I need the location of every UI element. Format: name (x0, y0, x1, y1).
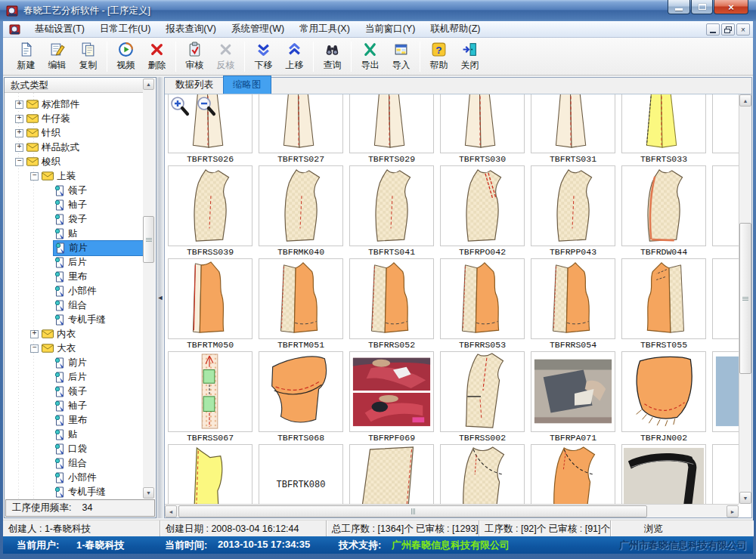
grid-hscroll-thumb[interactable] (178, 505, 647, 517)
thumbnail-cell[interactable]: TBFRPO042 (440, 165, 525, 258)
menu-item-6[interactable]: 联机帮助(Z) (423, 20, 488, 38)
tree-item-0[interactable]: +标准部件 (5, 97, 143, 112)
toolbar-search-button[interactable]: 查询 (317, 39, 348, 74)
grid-horizontal-scrollbar[interactable]: ◄ ► (165, 504, 739, 517)
tree-item-12[interactable]: 里布 (5, 270, 143, 284)
menu-item-2[interactable]: 报表查询(V) (158, 20, 224, 38)
toolbar-move-up-button[interactable]: 上移 (279, 39, 310, 74)
thumbnail-cell[interactable] (349, 444, 434, 504)
tree-scroll-down-button[interactable]: ▼ (143, 487, 154, 499)
mdi-close-button[interactable]: × (736, 23, 750, 36)
tree-item-9[interactable]: 贴 (5, 227, 143, 241)
toolbar-move-down-button[interactable]: 下移 (248, 39, 279, 74)
minimize-button[interactable] (668, 0, 690, 14)
toolbar-delete-button[interactable]: 删除 (141, 39, 172, 74)
thumbnail-cell[interactable]: TBFRTS031 (531, 94, 615, 165)
grid-scroll-up-button[interactable]: ▲ (739, 94, 751, 107)
tree-item-26[interactable]: 小部件 (5, 471, 143, 485)
tab-data-list[interactable]: 数据列表 (166, 76, 222, 94)
menu-item-4[interactable]: 常用工具(X) (292, 20, 358, 38)
thumbnail-cell[interactable]: TBFRTS027 (259, 94, 343, 165)
tree-item-11[interactable]: 后片 (5, 255, 143, 270)
tree-item-18[interactable]: 前片 (5, 356, 143, 370)
toolbar-import-button[interactable]: 导入 (386, 39, 417, 74)
thumbnail-cell[interactable]: TBFRTS068 (259, 351, 343, 444)
toolbar-edit-button[interactable]: 编辑 (42, 39, 73, 74)
thumbnail-cell[interactable]: TBFRRS052 (349, 258, 434, 351)
expand-toggle[interactable]: − (15, 158, 23, 166)
thumbnail-cell[interactable] (712, 444, 739, 504)
tree-item-27[interactable]: 专机手缝 (5, 485, 143, 499)
tree-item-6[interactable]: 领子 (5, 184, 143, 198)
thumbnail-cell[interactable]: TBFRMK040 (259, 165, 343, 258)
tree-scrollbar[interactable]: ▲ ▼ (143, 79, 155, 499)
thumbnail-cell[interactable]: TBFRSS039 (168, 165, 253, 258)
tree-item-3[interactable]: +样品款式 (5, 141, 143, 155)
thumbnail-cell[interactable] (712, 94, 739, 165)
grid-scroll-right-button[interactable]: ► (727, 505, 739, 517)
tree-item-23[interactable]: 贴 (5, 428, 143, 442)
menu-item-3[interactable]: 系统管理(W) (224, 20, 292, 38)
thumbnail-cell[interactable] (168, 444, 253, 504)
thumbnail-cell[interactable]: TBFRTK080 (259, 444, 343, 504)
tree-item-25[interactable]: 组合 (5, 456, 143, 471)
close-button[interactable]: × (714, 0, 748, 14)
toolbar-audit-button[interactable]: 审核 (179, 39, 210, 74)
mdi-restore-button[interactable] (721, 23, 735, 36)
tree-item-22[interactable]: 里布 (5, 413, 143, 428)
thumbnail-cell[interactable]: TBFRSS002 (440, 351, 525, 444)
thumbnail-cell[interactable] (531, 444, 615, 504)
menu-item-5[interactable]: 当前窗口(Y) (358, 20, 423, 38)
thumbnail-cell[interactable]: TBFRTM051 (259, 258, 343, 351)
tree-item-13[interactable]: 小部件 (5, 284, 143, 298)
expand-toggle[interactable]: + (15, 100, 23, 109)
toolbar-new-button[interactable]: 新建 (11, 39, 42, 74)
grid-scroll-down-button[interactable]: ▼ (739, 492, 751, 504)
thumbnail-cell[interactable]: TBFRPP043 (531, 165, 615, 258)
zoom-in-button[interactable] (169, 96, 190, 116)
expand-toggle[interactable]: − (30, 172, 39, 181)
thumbnail-cell[interactable] (712, 258, 739, 351)
zoom-out-button[interactable] (196, 96, 216, 116)
tree-item-1[interactable]: +牛仔装 (5, 112, 143, 126)
tree-item-10[interactable]: 前片 (5, 241, 143, 255)
thumbnail-cell[interactable] (712, 351, 739, 444)
tree-item-8[interactable]: 袋子 (5, 212, 143, 227)
thumbnail-cell[interactable]: TBFRPF069 (349, 351, 434, 444)
tree-item-4[interactable]: −梭织 (5, 155, 143, 169)
expand-toggle[interactable]: + (15, 144, 23, 152)
tree-item-20[interactable]: 领子 (5, 385, 143, 399)
collapse-left-icon[interactable]: ◄ (157, 294, 164, 301)
menu-item-1[interactable]: 日常工作(U) (92, 20, 158, 38)
tree-item-14[interactable]: 组合 (5, 298, 143, 313)
thumbnail-cell[interactable]: TBFRTS030 (440, 94, 525, 165)
grid-vertical-scrollbar[interactable]: ▲ ▼ (739, 94, 751, 504)
mdi-minimize-button[interactable] (706, 23, 720, 36)
thumbnail-cell[interactable]: TBFRPA071 (531, 351, 615, 444)
toolbar-help-button[interactable]: ?帮助 (423, 39, 454, 74)
thumbnail-cell[interactable]: TBFRDW044 (621, 165, 706, 258)
toolbar-close-button[interactable]: 关闭 (454, 39, 485, 74)
thumbnail-cell[interactable]: TBFRRS053 (440, 258, 525, 351)
tree-item-24[interactable]: 口袋 (5, 442, 143, 456)
thumbnail-cell[interactable]: TBFRRS054 (531, 258, 615, 351)
maximize-button[interactable] (691, 0, 713, 14)
expand-toggle[interactable]: + (15, 129, 23, 137)
grid-scroll-left-button[interactable]: ◄ (165, 505, 177, 517)
thumbnail-cell[interactable]: TBFRTM050 (168, 258, 253, 351)
thumbnail-cell[interactable]: TBFRST055 (621, 258, 706, 351)
tree-item-7[interactable]: 袖子 (5, 198, 143, 212)
toolbar-video-button[interactable]: 视频 (110, 39, 141, 74)
expand-toggle[interactable]: + (15, 115, 23, 123)
thumbnail-cell[interactable] (440, 444, 525, 504)
tab-thumbnail[interactable]: 缩略图 (223, 76, 271, 94)
thumbnail-cell[interactable]: TBFRTS029 (349, 94, 434, 165)
grid-vscroll-thumb[interactable] (739, 223, 751, 374)
toolbar-copy-button[interactable]: 复制 (73, 39, 104, 74)
toolbar-export-button[interactable]: 导出 (355, 39, 386, 74)
expand-toggle[interactable]: − (30, 344, 39, 353)
tree-item-21[interactable]: 袖子 (5, 399, 143, 413)
tree-item-15[interactable]: 专机手缝 (5, 313, 143, 327)
panel-splitter[interactable]: ◄ (156, 77, 164, 518)
tree-item-2[interactable]: +针织 (5, 126, 143, 141)
